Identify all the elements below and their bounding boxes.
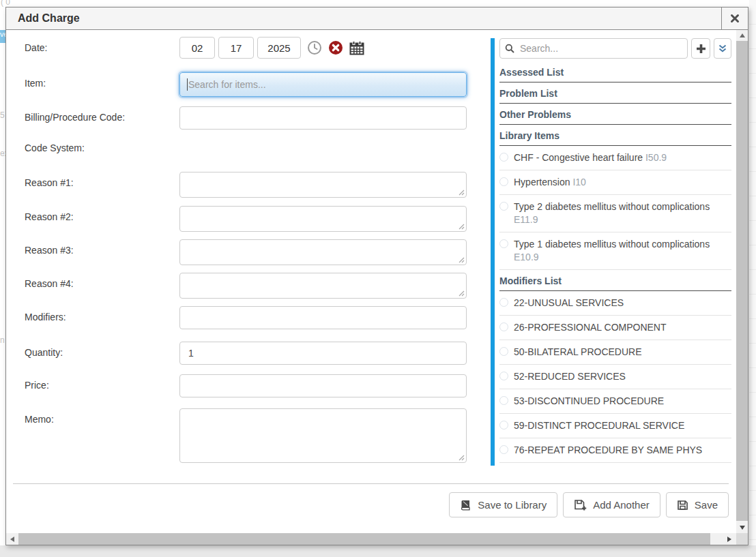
resize-grip-icon[interactable] bbox=[459, 455, 465, 461]
reason4-textarea[interactable] bbox=[179, 273, 467, 299]
radio-circle-icon bbox=[499, 396, 508, 405]
modifiers-row: Modifiers: bbox=[25, 306, 489, 329]
item-label: 59-DISTINCT PROCEDURAL SERVICE bbox=[514, 419, 684, 432]
panel-list-item[interactable]: 76-REPEAT PROCEDURE BY SAME PHYS bbox=[499, 438, 731, 463]
dialog-content: Date: Item: bbox=[6, 30, 748, 533]
vertical-scrollbar[interactable] bbox=[736, 30, 748, 533]
radio-circle-icon bbox=[499, 372, 508, 380]
section-header: Modifiers List bbox=[499, 270, 731, 291]
item-label: CHF - Congestive heart failure I50.9 bbox=[514, 151, 667, 164]
radio-circle-icon bbox=[499, 322, 508, 331]
resize-grip-icon[interactable] bbox=[459, 257, 465, 263]
floppy-save-icon bbox=[677, 500, 688, 511]
resize-grip-icon[interactable] bbox=[459, 190, 465, 196]
item-code: E10.9 bbox=[514, 252, 539, 262]
panel-list-item[interactable]: 26-PROFESSIONAL COMPONENT bbox=[499, 316, 731, 340]
panel-sections: Assessed ListProblem ListOther ProblemsL… bbox=[499, 61, 731, 463]
item-label: Type 1 diabetes mellitus without complic… bbox=[514, 238, 731, 264]
panel-search-input[interactable] bbox=[499, 38, 688, 59]
panel-list-item[interactable]: 53-DISCONTINUED PROCEDURE bbox=[499, 389, 731, 414]
dialog-titlebar: Add Charge bbox=[6, 7, 748, 30]
add-item-button[interactable] bbox=[691, 38, 711, 59]
panel-list-item[interactable]: Type 2 diabetes mellitus without complic… bbox=[499, 195, 731, 232]
panel-accent-bar bbox=[491, 38, 495, 466]
panel-list-item[interactable]: 22-UNUSUAL SERVICES bbox=[499, 291, 731, 316]
billing-code-input[interactable] bbox=[179, 106, 467, 130]
date-label: Date: bbox=[25, 37, 179, 53]
item-label: 50-BILATERAL PROCEDURE bbox=[514, 346, 642, 359]
section-header: Other Problems bbox=[499, 104, 731, 125]
radio-circle-icon bbox=[499, 177, 508, 186]
clear-date-button[interactable] bbox=[328, 40, 343, 55]
item-code: I50.9 bbox=[645, 152, 667, 163]
dialog-footer: Save to Library Add Another Save bbox=[13, 483, 729, 517]
memo-row: Memo: bbox=[25, 408, 489, 463]
panel-list-item[interactable]: CHF - Congestive heart failure I50.9 bbox=[499, 146, 731, 170]
clock-icon bbox=[307, 40, 322, 55]
time-button[interactable] bbox=[307, 40, 322, 55]
calendar-icon bbox=[349, 41, 364, 55]
save-button[interactable]: Save bbox=[666, 492, 729, 517]
item-label: 76-REPEAT PROCEDURE BY SAME PHYS bbox=[514, 444, 702, 457]
reason4-label: Reason #4: bbox=[25, 273, 179, 289]
date-year-input[interactable] bbox=[257, 37, 301, 59]
arrow-down-icon bbox=[740, 526, 745, 530]
item-code: E11.9 bbox=[514, 214, 538, 225]
item-code: I10 bbox=[572, 177, 585, 187]
horizontal-scrollbar[interactable] bbox=[6, 533, 736, 545]
collapse-panel-button[interactable] bbox=[714, 38, 731, 59]
reason1-textarea[interactable] bbox=[179, 172, 467, 198]
price-input[interactable] bbox=[179, 374, 467, 397]
panel-list-item[interactable]: Hypertension I10 bbox=[499, 170, 731, 195]
reason4-row: Reason #4: bbox=[25, 273, 489, 299]
item-row: Item: bbox=[25, 72, 489, 97]
code-system-label: Code System: bbox=[25, 137, 179, 153]
book-icon bbox=[460, 500, 471, 511]
panel-list-item[interactable]: Type 1 diabetes mellitus without complic… bbox=[499, 232, 731, 270]
reason2-textarea[interactable] bbox=[179, 206, 467, 232]
save-to-library-button[interactable]: Save to Library bbox=[449, 492, 557, 517]
scroll-left-button[interactable] bbox=[6, 533, 18, 545]
close-button[interactable] bbox=[721, 7, 748, 29]
modifiers-input[interactable] bbox=[179, 306, 467, 329]
quantity-label: Quantity: bbox=[25, 342, 179, 358]
reason3-textarea[interactable] bbox=[179, 239, 467, 265]
reason2-label: Reason #2: bbox=[25, 206, 179, 222]
radio-circle-icon bbox=[499, 298, 508, 307]
quantity-input[interactable] bbox=[179, 342, 467, 365]
item-label: 53-DISCONTINUED PROCEDURE bbox=[514, 395, 664, 408]
search-icon bbox=[505, 44, 514, 53]
panel-list-item[interactable]: 50-BILATERAL PROCEDURE bbox=[499, 340, 731, 365]
scroll-up-button[interactable] bbox=[736, 30, 748, 41]
section-header: Library Items bbox=[499, 125, 731, 146]
panel-list-item[interactable]: 52-REDUCED SERVICES bbox=[499, 365, 731, 389]
vertical-scrollbar-thumb[interactable] bbox=[736, 41, 748, 521]
charge-form: Date: Item: bbox=[25, 30, 489, 463]
scroll-right-button[interactable] bbox=[723, 533, 735, 545]
reason3-row: Reason #3: bbox=[25, 239, 489, 265]
date-day-input[interactable] bbox=[218, 37, 254, 59]
scroll-down-button[interactable] bbox=[736, 522, 748, 533]
add-another-button[interactable]: Add Another bbox=[563, 492, 660, 517]
radio-circle-icon bbox=[499, 202, 508, 211]
resize-grip-icon[interactable] bbox=[459, 224, 465, 230]
panel-list-item[interactable]: 59-DISTINCT PROCEDURAL SERVICE bbox=[499, 414, 731, 438]
item-label: Hypertension I10 bbox=[514, 176, 586, 189]
reason1-row: Reason #1: bbox=[25, 172, 489, 198]
radio-circle-icon bbox=[499, 347, 508, 356]
modifiers-label: Modifiers: bbox=[25, 306, 179, 322]
double-chevron-down-icon bbox=[718, 44, 727, 53]
memo-textarea[interactable] bbox=[179, 408, 467, 463]
radio-circle-icon bbox=[499, 153, 508, 162]
reason1-label: Reason #1: bbox=[25, 172, 179, 188]
billing-code-label: Billing/Procedure Code: bbox=[25, 106, 179, 123]
background-strip bbox=[0, 545, 756, 557]
date-month-input[interactable] bbox=[179, 37, 215, 59]
date-row: Date: bbox=[25, 37, 489, 59]
item-search-input[interactable] bbox=[179, 72, 467, 97]
resize-grip-icon[interactable] bbox=[459, 290, 465, 297]
add-charge-dialog: Add Charge Date: bbox=[5, 7, 748, 545]
code-system-row: Code System: bbox=[25, 137, 489, 156]
horizontal-scrollbar-thumb[interactable] bbox=[18, 533, 710, 545]
calendar-button[interactable] bbox=[349, 41, 364, 55]
